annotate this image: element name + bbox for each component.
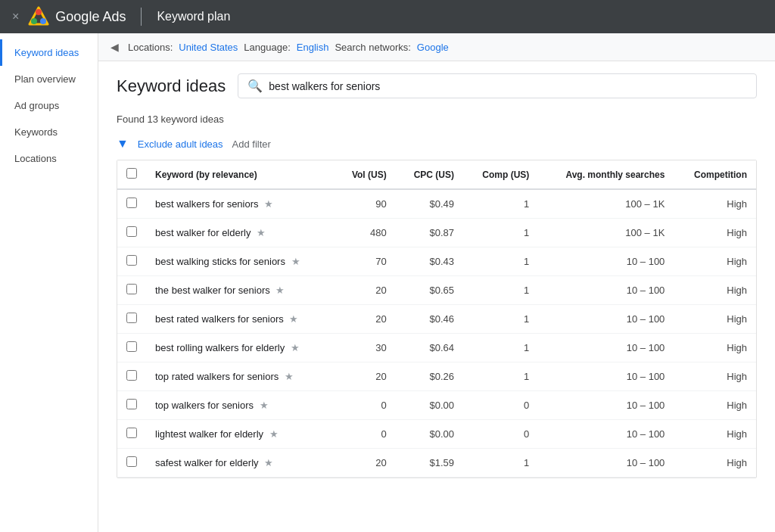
sidebar-item-locations[interactable]: Locations — [0, 145, 98, 172]
col-header-cpc: CPC (US) — [396, 160, 463, 189]
row-comp: 1 — [463, 305, 538, 334]
table-body: best walkers for seniors ★ 90 $0.49 1 10… — [117, 189, 756, 478]
star-icon-0[interactable]: ★ — [264, 198, 273, 210]
svg-point-2 — [40, 18, 46, 24]
sidebar-item-keywords[interactable]: Keywords — [0, 119, 98, 145]
row-checkbox-cell — [117, 420, 146, 449]
star-icon-2[interactable]: ★ — [291, 256, 300, 267]
col-header-comp: Comp (US) — [463, 160, 538, 189]
row-comp: 0 — [463, 420, 538, 449]
main-content: ◀ Locations: United States Language: Eng… — [98, 33, 775, 532]
row-keyword: best walkers for seniors ★ — [146, 189, 335, 219]
table-row: best walker for elderly ★ 480 $0.87 1 10… — [117, 219, 756, 247]
star-icon-9[interactable]: ★ — [264, 457, 273, 468]
table-row: best rolling walkers for elderly ★ 30 $0… — [117, 334, 756, 362]
row-checkbox-2[interactable] — [126, 255, 137, 266]
star-icon-3[interactable]: ★ — [275, 285, 285, 296]
row-comp: 1 — [463, 362, 538, 391]
row-checkbox-cell — [117, 391, 146, 420]
filter-bar-chevron-icon[interactable]: ◀ — [110, 41, 119, 53]
row-vol: 20 — [335, 449, 396, 478]
star-icon-4[interactable]: ★ — [289, 313, 298, 325]
sidebar-item-plan-overview[interactable]: Plan overview — [0, 66, 98, 92]
sidebar-item-keyword-ideas[interactable]: Keyword ideas — [0, 39, 98, 66]
row-vol: 0 — [335, 391, 396, 420]
row-checkbox-0[interactable] — [126, 198, 137, 208]
row-avg: 10 – 100 — [538, 247, 674, 276]
filter-bar: ◀ Locations: United States Language: Eng… — [98, 33, 775, 61]
svg-point-3 — [36, 9, 42, 15]
add-filter-link[interactable]: Add filter — [232, 138, 271, 150]
app-logo: Google Ads — [28, 6, 126, 27]
row-avg: 10 – 100 — [538, 334, 674, 362]
row-comp: 1 — [463, 189, 538, 219]
sidebar: Keyword ideas Plan overview Ad groups Ke… — [0, 33, 98, 532]
row-vol: 20 — [335, 305, 396, 334]
row-checkbox-cell — [117, 276, 146, 305]
row-vol: 0 — [335, 420, 396, 449]
row-cpc: $0.46 — [396, 305, 463, 334]
networks-value[interactable]: Google — [417, 42, 449, 53]
row-competition: High — [674, 219, 756, 247]
row-vol: 30 — [335, 334, 396, 362]
row-competition: High — [674, 276, 756, 305]
page-header: Keyword ideas 🔍 — [98, 61, 775, 104]
row-competition: High — [674, 305, 756, 334]
select-all-checkbox[interactable] — [126, 168, 137, 179]
locations-value[interactable]: United States — [179, 42, 238, 53]
row-checkbox-4[interactable] — [126, 313, 137, 323]
table-row: top rated walkers for seniors ★ 20 $0.26… — [117, 362, 756, 391]
row-checkbox-5[interactable] — [126, 341, 137, 352]
row-checkbox-cell — [117, 334, 146, 362]
row-keyword: top rated walkers for seniors ★ — [146, 362, 335, 391]
exclude-adult-ideas-link[interactable]: Exclude adult ideas — [138, 138, 223, 150]
row-comp: 1 — [463, 276, 538, 305]
row-keyword: best walking sticks for seniors ★ — [146, 247, 335, 276]
header-checkbox-cell — [117, 160, 146, 189]
row-checkbox-3[interactable] — [126, 284, 137, 294]
google-ads-logo-icon — [28, 6, 49, 27]
row-checkbox-8[interactable] — [126, 428, 137, 438]
table-row: lightest walker for elderly ★ 0 $0.00 0 … — [117, 420, 756, 449]
row-avg: 10 – 100 — [538, 276, 674, 305]
row-cpc: $0.26 — [396, 362, 463, 391]
row-comp: 1 — [463, 334, 538, 362]
table-header-row: Keyword (by relevance) Vol (US) CPC (US)… — [117, 160, 756, 189]
sidebar-label-ad-groups: Ad groups — [14, 100, 59, 111]
star-icon-8[interactable]: ★ — [269, 428, 279, 440]
sidebar-label-keyword-ideas: Keyword ideas — [14, 47, 79, 58]
star-icon-1[interactable]: ★ — [257, 227, 266, 238]
star-icon-7[interactable]: ★ — [260, 400, 269, 411]
topbar: × Google Ads Keyword plan — [0, 0, 775, 33]
sidebar-item-ad-groups[interactable]: Ad groups — [0, 92, 98, 119]
row-comp: 0 — [463, 391, 538, 420]
row-cpc: $0.87 — [396, 219, 463, 247]
table-row: best rated walkers for seniors ★ 20 $0.4… — [117, 305, 756, 334]
main-layout: Keyword ideas Plan overview Ad groups Ke… — [0, 33, 775, 532]
table-row: best walkers for seniors ★ 90 $0.49 1 10… — [117, 189, 756, 219]
row-checkbox-6[interactable] — [126, 370, 137, 381]
row-competition: High — [674, 420, 756, 449]
search-icon: 🔍 — [247, 79, 263, 93]
search-input[interactable] — [269, 80, 747, 92]
row-checkbox-9[interactable] — [126, 456, 137, 467]
page-title: Keyword ideas — [117, 76, 226, 96]
row-vol: 480 — [335, 219, 396, 247]
sidebar-label-plan-overview: Plan overview — [14, 73, 76, 85]
row-keyword: best walker for elderly ★ — [146, 219, 335, 247]
keywords-table: Keyword (by relevance) Vol (US) CPC (US)… — [117, 160, 756, 478]
language-value[interactable]: English — [297, 42, 329, 53]
sidebar-label-keywords: Keywords — [14, 126, 58, 138]
row-comp: 1 — [463, 247, 538, 276]
app-name: Google Ads — [55, 9, 126, 25]
close-button[interactable]: × — [12, 10, 19, 23]
row-checkbox-7[interactable] — [126, 399, 137, 409]
filter-funnel-icon: ▼ — [117, 137, 129, 151]
row-avg: 100 – 1K — [538, 219, 674, 247]
svg-point-1 — [31, 18, 37, 24]
row-checkbox-cell — [117, 219, 146, 247]
star-icon-5[interactable]: ★ — [291, 342, 300, 353]
search-box[interactable]: 🔍 — [238, 73, 757, 98]
row-checkbox-1[interactable] — [126, 226, 137, 237]
star-icon-6[interactable]: ★ — [285, 371, 294, 382]
